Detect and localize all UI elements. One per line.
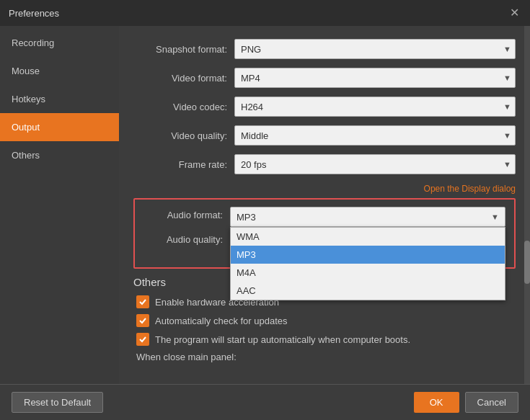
preferences-dialog: Preferences ✕ Recording Mouse Hotkeys Ou…: [0, 0, 530, 420]
checkmark-icon-2: [138, 316, 147, 325]
sidebar-item-others[interactable]: Others: [0, 141, 119, 169]
audio-option-aac[interactable]: AAC: [231, 282, 505, 300]
audio-format-dropdown-container: MP3 ▼ WMA MP3 M4A AAC: [230, 207, 505, 227]
audio-format-dropdown-list: WMA MP3 M4A AAC: [230, 227, 505, 300]
reset-button[interactable]: Reset to Default: [12, 392, 103, 413]
audio-format-row: Audio format: MP3 ▼ WMA MP3 M4A AAC: [143, 207, 505, 227]
when-close-label: When close main panel:: [136, 352, 516, 362]
open-display-dialog-link[interactable]: Open the Display dialog: [424, 184, 516, 194]
frame-rate-wrapper: 20 fps ▼: [234, 154, 516, 174]
audio-section: Audio format: MP3 ▼ WMA MP3 M4A AAC: [133, 198, 516, 269]
audio-option-m4a[interactable]: M4A: [231, 264, 505, 282]
footer-right: OK Cancel: [414, 392, 518, 413]
snapshot-format-wrapper: PNG ▼: [234, 39, 516, 59]
checkbox-updates[interactable]: [136, 314, 149, 327]
video-format-row: Video format: MP4 ▼: [133, 68, 516, 88]
snapshot-format-select[interactable]: PNG: [234, 39, 516, 59]
snapshot-format-row: Snapshot format: PNG ▼: [133, 39, 516, 59]
audio-option-mp3[interactable]: MP3: [231, 246, 505, 264]
frame-rate-label: Frame rate:: [133, 159, 227, 170]
video-quality-select[interactable]: Middle: [234, 125, 516, 146]
snapshot-format-label: Snapshot format:: [133, 44, 227, 55]
checkmark-icon-3: [138, 335, 147, 344]
video-format-select[interactable]: MP4: [234, 68, 516, 88]
video-format-wrapper: MP4 ▼: [234, 68, 516, 88]
video-codec-label: Video codec:: [133, 102, 227, 112]
video-quality-wrapper: Middle ▼: [234, 125, 516, 146]
checkbox-startup-row: The program will start up automatically …: [136, 333, 516, 346]
ok-button[interactable]: OK: [414, 392, 459, 413]
sidebar-item-mouse[interactable]: Mouse: [0, 57, 119, 85]
audio-format-arrow: ▼: [491, 213, 499, 221]
audio-quality-label: Audio quality:: [143, 231, 223, 245]
checkmark-icon: [138, 298, 147, 306]
audio-format-label: Audio format:: [143, 207, 223, 220]
sidebar-item-recording[interactable]: Recording: [0, 29, 119, 57]
frame-rate-row: Frame rate: 20 fps ▼: [133, 154, 516, 174]
footer: Reset to Default OK Cancel: [0, 384, 530, 420]
audio-format-selected-text: MP3: [237, 212, 256, 223]
video-format-label: Video format:: [133, 73, 227, 84]
title-bar: Preferences ✕: [0, 0, 530, 26]
checkbox-hardware[interactable]: [136, 295, 149, 308]
display-dialog-row: Open the Display dialog: [133, 183, 516, 194]
audio-format-selected[interactable]: MP3 ▼: [230, 207, 505, 227]
audio-option-wma[interactable]: WMA: [231, 228, 505, 246]
main-content: Recording Mouse Hotkeys Output Others Sn…: [0, 26, 530, 384]
sidebar: Recording Mouse Hotkeys Output Others: [0, 26, 119, 384]
video-codec-row: Video codec: H264 ▼: [133, 97, 516, 117]
dialog-title: Preferences: [9, 8, 59, 19]
frame-rate-select[interactable]: 20 fps: [234, 154, 516, 174]
video-codec-select[interactable]: H264: [234, 97, 516, 117]
cancel-button[interactable]: Cancel: [465, 392, 518, 413]
checkbox-startup-label: The program will start up automatically …: [155, 334, 410, 345]
close-button[interactable]: ✕: [507, 6, 521, 20]
checkbox-startup[interactable]: [136, 333, 149, 346]
checkbox-updates-row: Automatically check for updates: [136, 314, 516, 327]
scrollbar-track[interactable]: [524, 26, 530, 384]
video-codec-wrapper: H264 ▼: [234, 97, 516, 117]
sidebar-item-output[interactable]: Output: [0, 113, 119, 141]
checkbox-updates-label: Automatically check for updates: [155, 316, 288, 326]
video-quality-row: Video quality: Middle ▼: [133, 125, 516, 146]
video-quality-label: Video quality:: [133, 130, 227, 141]
scrollbar-thumb[interactable]: [524, 241, 530, 284]
sidebar-item-hotkeys[interactable]: Hotkeys: [0, 85, 119, 113]
content-area: Snapshot format: PNG ▼ Video format: MP4…: [119, 26, 530, 384]
